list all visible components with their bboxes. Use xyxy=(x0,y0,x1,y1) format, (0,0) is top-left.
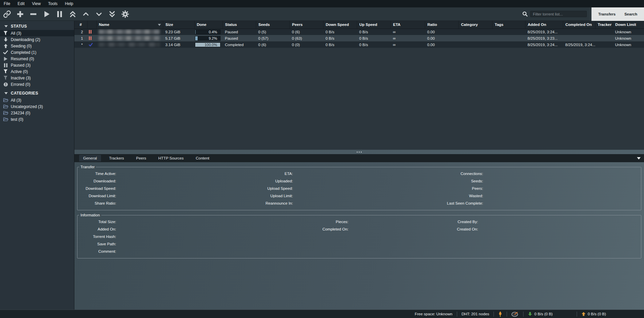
move-bottom-button[interactable] xyxy=(108,10,116,19)
tab-search[interactable]: Search xyxy=(622,11,639,17)
table-header-row: # Name Size Done Status Seeds Peers Down… xyxy=(74,21,644,29)
col-status[interactable]: Status xyxy=(223,21,256,29)
menu-view[interactable]: View xyxy=(28,0,44,7)
tab-peers[interactable]: Peers xyxy=(132,155,150,162)
funnel-icon xyxy=(3,31,8,36)
status-section-header[interactable]: STATUS xyxy=(0,23,74,30)
col-added-on[interactable]: Added On xyxy=(525,21,563,29)
chevron-up-icon xyxy=(82,10,90,18)
up-arrow-icon xyxy=(581,312,586,316)
menu-edit[interactable]: Edit xyxy=(14,0,28,7)
speed-gauge-icon xyxy=(511,311,519,317)
add-link-button[interactable] xyxy=(3,10,11,19)
pause-icon xyxy=(3,63,8,68)
qbittorrent-window: File Edit View Tools Help Transfers Sear… xyxy=(0,0,644,318)
col-category[interactable]: Category xyxy=(459,21,492,29)
col-seeds[interactable]: Seeds xyxy=(256,21,290,29)
pause-icon xyxy=(56,10,64,18)
tab-http-sources[interactable]: HTTP Sources xyxy=(154,155,188,162)
col-ratio[interactable]: Ratio xyxy=(425,21,459,29)
col-name[interactable]: Name xyxy=(96,21,163,29)
col-tags[interactable]: Tags xyxy=(492,21,525,29)
dht-nodes-label: DHT: 201 nodes xyxy=(457,312,494,316)
field-label xyxy=(348,233,478,240)
redacted-torrent-name xyxy=(99,42,160,47)
move-top-button[interactable] xyxy=(68,10,77,19)
alt-speed-limits-button[interactable] xyxy=(507,311,523,317)
add-torrent-button[interactable] xyxy=(16,10,25,19)
filter-torrent-input[interactable] xyxy=(530,11,587,17)
field-label: Download Speed: xyxy=(77,185,116,192)
sidebar-category-234234[interactable]: 234234 (0) xyxy=(0,110,74,116)
menu-help[interactable]: Help xyxy=(61,0,77,7)
detail-pane: Transfer Time Active:ETA:Connections: Do… xyxy=(74,162,644,310)
menu-file[interactable]: File xyxy=(0,0,14,7)
categories-section-header[interactable]: CATEGORIES xyxy=(0,90,74,97)
col-eta[interactable]: ETA xyxy=(391,21,425,29)
connection-status-icon xyxy=(494,311,507,317)
redacted-torrent-name xyxy=(99,30,160,34)
chevron-down-icon xyxy=(637,157,641,160)
field-label: Upload Limit: xyxy=(116,192,293,200)
sidebar-item-all[interactable]: All (3) xyxy=(0,30,74,36)
field-label xyxy=(116,248,348,255)
field-label: Uploaded: xyxy=(116,177,293,185)
torrent-row[interactable]: 1 5.17 GiB 9.2% Paused 0 (57) 0 (63) 0 B… xyxy=(74,35,644,41)
col-down-speed[interactable]: Down Speed xyxy=(323,21,357,29)
sidebar-item-errored[interactable]: Errored (0) xyxy=(0,81,74,87)
pause-button[interactable] xyxy=(55,10,64,19)
resume-button[interactable] xyxy=(42,10,51,19)
sidebar-item-seeding[interactable]: Seeding (0) xyxy=(0,43,74,49)
col-size[interactable]: Size xyxy=(163,21,194,29)
tab-trackers[interactable]: Trackers xyxy=(105,155,128,162)
sidebar-category-uncategorized[interactable]: Uncategorized (3) xyxy=(0,103,74,110)
menu-tools[interactable]: Tools xyxy=(44,0,61,7)
sidebar-item-completed[interactable]: Completed (1) xyxy=(0,49,74,56)
upload-speed-status: 0 B/s (0 B) xyxy=(577,312,610,316)
chevron-double-down-icon xyxy=(108,10,116,18)
tab-transfers[interactable]: Transfers xyxy=(596,11,618,17)
detail-collapse-button[interactable] xyxy=(637,157,644,160)
col-up-speed[interactable]: Up Speed xyxy=(357,21,391,29)
col-completed-on[interactable]: Completed On xyxy=(563,21,595,29)
field-label: Created By: xyxy=(348,218,478,225)
field-label: Seeds: xyxy=(293,177,483,185)
sidebar-category-all[interactable]: All (3) xyxy=(0,97,74,103)
search-icon xyxy=(522,11,528,17)
col-peers[interactable]: Peers xyxy=(290,21,323,29)
options-button[interactable] xyxy=(121,10,130,19)
field-label: Added On: xyxy=(77,225,116,233)
sidebar-item-inactive[interactable]: Inactive (3) xyxy=(0,75,74,81)
tab-general[interactable]: General xyxy=(79,155,101,162)
col-done[interactable]: Done xyxy=(194,21,223,29)
col-state[interactable] xyxy=(87,21,96,29)
sidebar-item-active[interactable]: Active (0) xyxy=(0,68,74,75)
col-number[interactable]: # xyxy=(74,21,87,29)
menu-bar: File Edit View Tools Help xyxy=(0,0,644,7)
pane-splitter[interactable] xyxy=(74,150,644,154)
upload-arrow-icon xyxy=(3,43,8,48)
toolbar-buttons xyxy=(0,10,130,19)
torrent-row[interactable]: * 3.14 GiB 100.0% Completed 0 (6) 0 (0) … xyxy=(74,41,644,48)
field-label xyxy=(116,240,348,248)
sidebar-category-test[interactable]: test (0) xyxy=(0,116,74,122)
col-tracker[interactable]: Tracker xyxy=(595,21,613,29)
link-icon xyxy=(3,10,11,18)
sidebar-item-resumed[interactable]: Resumed (0) xyxy=(0,56,74,62)
information-section: Information Total Size:Pieces:Created By… xyxy=(77,213,641,258)
torrent-list: # Name Size Done Status Seeds Peers Down… xyxy=(74,21,644,150)
field-label: Time Active: xyxy=(77,170,116,177)
move-up-button[interactable] xyxy=(81,10,90,19)
status-bar: Free space: Unknown DHT: 201 nodes 0 B/s… xyxy=(0,310,644,318)
folder-icon xyxy=(3,111,8,115)
move-down-button[interactable] xyxy=(95,10,103,19)
field-label: Comment: xyxy=(77,248,116,255)
plus-icon xyxy=(16,10,24,18)
tab-content[interactable]: Content xyxy=(192,155,213,162)
torrent-row[interactable]: 2 9.23 GiB 0.4% Paused 0 (5) 0 (6) 0 B/s… xyxy=(74,29,644,35)
paused-state-icon xyxy=(89,30,96,34)
col-down-limit[interactable]: Down Limit xyxy=(613,21,644,29)
sidebar-item-paused[interactable]: Paused (3) xyxy=(0,62,74,68)
delete-button[interactable] xyxy=(29,10,38,19)
sidebar-item-downloading[interactable]: Downloading (2) xyxy=(0,36,74,43)
